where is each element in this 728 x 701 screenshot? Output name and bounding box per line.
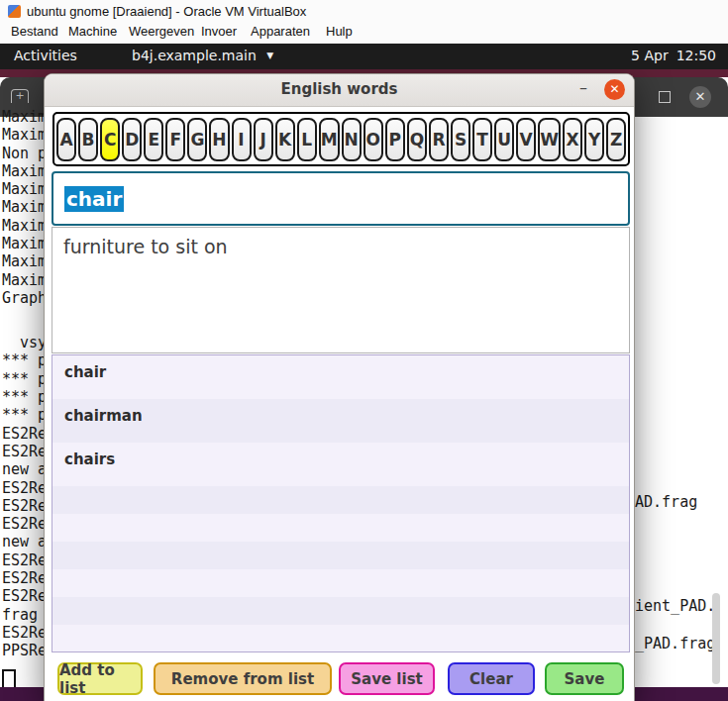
menu-invoer[interactable]: Invoer [201, 24, 237, 39]
word-list-item[interactable]: chairs [52, 443, 629, 486]
terminal-output-line: *** p [2, 352, 46, 369]
terminal-scrollbar[interactable] [712, 593, 720, 684]
maximize-icon[interactable] [659, 91, 671, 103]
terminal-output-line: ES2Re [2, 625, 46, 642]
minimize-icon[interactable]: – [579, 78, 587, 97]
definition-text: furniture to sit on [63, 236, 228, 257]
letter-key-z[interactable]: Z [606, 118, 626, 161]
word-list-empty-row [52, 514, 629, 542]
letter-key-a[interactable]: A [56, 118, 76, 161]
letter-key-j[interactable]: J [254, 118, 273, 161]
close-icon[interactable]: ✕ [604, 79, 625, 100]
terminal-output-line: vsyn [2, 335, 46, 351]
letter-key-v[interactable]: V [516, 118, 536, 161]
selected-text: chair [64, 186, 124, 212]
definition-box[interactable]: furniture to sit on [52, 227, 630, 353]
clock-time: 12:50 [676, 48, 716, 63]
letter-key-q[interactable]: Q [407, 118, 427, 161]
letter-key-s[interactable]: S [451, 118, 470, 161]
new-tab-icon[interactable]: + [11, 89, 29, 103]
letter-key-i[interactable]: I [232, 118, 252, 161]
terminal-output-line: Maxim [2, 181, 46, 198]
letter-key-m[interactable]: M [319, 118, 340, 161]
letter-key-f[interactable]: F [165, 118, 185, 161]
save-button[interactable]: Save [545, 662, 624, 695]
letter-key-u[interactable]: U [494, 118, 514, 161]
word-input[interactable]: chair [52, 171, 630, 226]
menu-apparaten[interactable]: Apparaten [251, 24, 310, 39]
virtualbox-menubar: BestandMachineWeergevenInvoerApparatenHu… [0, 22, 728, 44]
terminal-output-line: Maxim [2, 163, 46, 180]
terminal-output-line: ES2Re [2, 516, 46, 533]
terminal-output-line: ES2Re [2, 480, 46, 497]
letter-key-t[interactable]: T [472, 118, 492, 161]
terminal-output-line: Maxim [2, 218, 46, 235]
letter-key-p[interactable]: P [385, 118, 405, 161]
terminal-output-line: ES2Re [2, 588, 46, 605]
save-list-button[interactable]: Save list [339, 662, 435, 695]
word-list-item[interactable]: chair [52, 355, 629, 399]
app-menu-label: b4j.example.main [132, 48, 257, 63]
chevron-down-icon: ▼ [266, 50, 273, 60]
letter-key-y[interactable]: Y [584, 118, 604, 161]
word-list[interactable]: chairchairmanchairs [52, 354, 630, 652]
terminal-output-line: ES2Re [2, 444, 46, 460]
app-menu-button[interactable]: b4j.example.main ▼ [132, 48, 273, 63]
word-list-item[interactable]: chairman [52, 399, 629, 443]
letter-key-g[interactable]: G [187, 118, 207, 161]
virtualbox-screen: ubuntu gnome [Draaiend] - Oracle VM Virt… [0, 0, 728, 701]
letter-key-x[interactable]: X [563, 118, 582, 161]
letter-key-o[interactable]: O [364, 118, 383, 161]
letter-key-d[interactable]: D [122, 118, 142, 161]
terminal-output-line: new a [2, 534, 46, 551]
word-list-empty-row [52, 625, 629, 652]
letter-key-c[interactable]: C [100, 118, 120, 161]
menu-machine[interactable]: Machine [68, 24, 117, 39]
terminal-output-line: Maxim [2, 109, 46, 126]
word-list-empty-row [52, 569, 629, 597]
virtualbox-app-icon [8, 5, 21, 18]
terminal-output-line: ES2Re [2, 426, 46, 443]
window-title: English words [45, 80, 634, 98]
clock-button[interactable]: 5 Apr12:50 [623, 48, 716, 63]
terminal-output-line: Non p [2, 146, 46, 162]
english-words-titlebar[interactable]: English words – ✕ [45, 74, 634, 107]
word-list-empty-row [52, 542, 629, 569]
menu-hulp[interactable]: Hulp [326, 24, 353, 39]
english-words-window: English words – ✕ ABCDEFGHIJKLMNOPQRSTUV… [44, 73, 635, 701]
activities-button[interactable]: Activities [14, 48, 77, 63]
menu-weergeven[interactable]: Weergeven [129, 24, 194, 39]
terminal-output-line: Maxim [2, 253, 46, 270]
clear-button[interactable]: Clear [448, 662, 535, 695]
terminal-output-line: PPSRe [2, 643, 46, 659]
terminal-output-line: _PAD.frag [635, 636, 715, 652]
letter-key-l[interactable]: L [297, 118, 317, 161]
terminal-output-line: *** p [2, 389, 46, 406]
alphabet-keyboard: ABCDEFGHIJKLMNOPQRSTUVWXYZ [52, 112, 630, 166]
letter-key-r[interactable]: R [429, 118, 449, 161]
add-to-list-button[interactable]: Add to list [57, 662, 143, 695]
terminal-output-line: new a [2, 461, 46, 478]
virtualbox-titlebar: ubuntu gnome [Draaiend] - Oracle VM Virt… [0, 0, 728, 23]
word-list-empty-row [52, 486, 629, 514]
terminal-output-line: ES2Re [2, 570, 46, 587]
menu-bestand[interactable]: Bestand [11, 24, 58, 39]
letter-key-n[interactable]: N [342, 118, 362, 161]
letter-key-b[interactable]: B [78, 118, 98, 161]
letter-key-k[interactable]: K [275, 118, 295, 161]
terminal-output-line: ES2Re [2, 552, 46, 569]
terminal-output-line: Graph [2, 290, 46, 307]
terminal-output-line: ient_PAD. [635, 598, 715, 615]
letter-key-w[interactable]: W [538, 118, 561, 161]
terminal-output-line: Maxim [2, 272, 46, 289]
terminal-output-line: *** p [2, 407, 46, 424]
terminal-output-line: ES2Re [2, 498, 46, 515]
remove-from-list-button[interactable]: Remove from list [154, 662, 332, 695]
terminal-close-icon[interactable]: ✕ [689, 86, 711, 108]
terminal-output-line: Maxim [2, 236, 46, 252]
terminal-output-line: *** p [2, 371, 46, 388]
gnome-top-bar: Activities b4j.example.main ▼ 5 Apr12:50 [0, 44, 728, 69]
letter-key-h[interactable]: H [209, 118, 229, 161]
terminal-output-line: AD.frag [635, 494, 697, 511]
letter-key-e[interactable]: E [144, 118, 163, 161]
